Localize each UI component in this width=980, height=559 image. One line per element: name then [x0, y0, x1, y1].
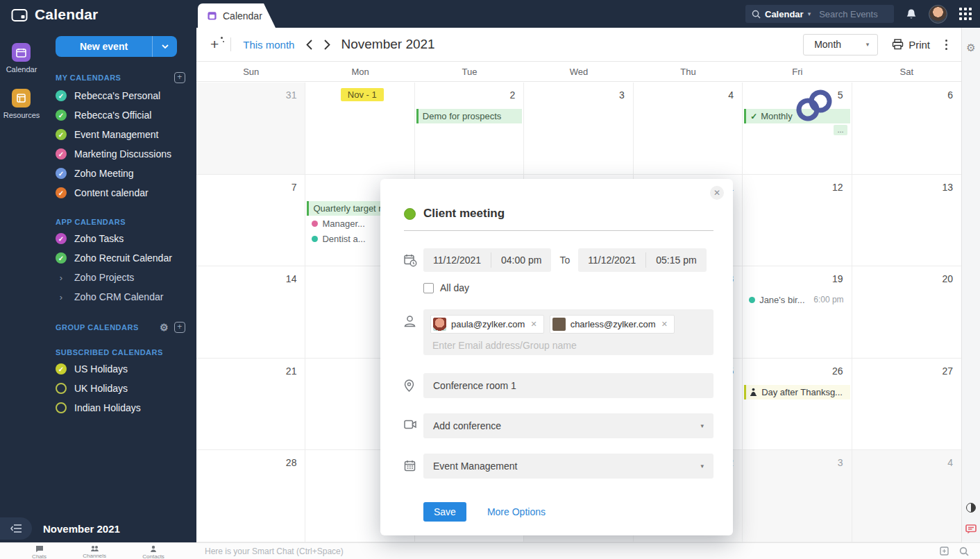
day-cell[interactable]: 14 — [196, 266, 305, 359]
settings-gear-icon[interactable]: ⚙ — [966, 42, 975, 54]
day-cell[interactable]: 6 — [852, 83, 961, 175]
day-cell[interactable]: 4 — [852, 450, 961, 542]
day-cell[interactable]: 2Demo for prospects — [415, 83, 524, 175]
calendar-checked-icon[interactable]: ✓ — [56, 110, 67, 121]
day-cell[interactable]: 3 — [524, 83, 633, 175]
calendar-checked-icon[interactable]: ✓ — [56, 252, 67, 264]
media-icon[interactable] — [940, 547, 949, 556]
attendee-chip[interactable]: charless@zylker.com✕ — [550, 315, 675, 334]
calendar-event[interactable]: Jane's bir...6:00 pm — [744, 293, 850, 307]
sidebar-item-rebecca-s-personal[interactable]: ✓Rebecca's Personal — [43, 86, 187, 105]
end-time-field[interactable]: 05:15 pm — [646, 248, 706, 272]
smart-chat-input[interactable] — [205, 547, 931, 556]
day-cell[interactable]: 4 — [634, 83, 743, 175]
rail-item-resources[interactable]: Resources — [3, 89, 40, 119]
calendar-unchecked-icon[interactable] — [56, 402, 67, 413]
calendar-checked-icon[interactable]: ✓ — [56, 187, 67, 198]
rail-item-calendar[interactable]: Calendar — [6, 43, 37, 74]
notifications-bell-icon[interactable] — [906, 8, 917, 20]
day-cell[interactable]: 21 — [196, 359, 305, 451]
all-day-toggle[interactable]: All day — [423, 282, 469, 293]
this-month-button[interactable]: This month — [243, 39, 294, 51]
calendar-checked-icon[interactable]: ✓ — [56, 129, 67, 140]
section-add-icon[interactable]: + — [174, 322, 185, 333]
chat-search-icon[interactable] — [959, 547, 969, 556]
prev-month-icon[interactable] — [306, 40, 312, 50]
mini-calendar-month-label[interactable]: November 2021 — [43, 523, 120, 535]
day-cell[interactable]: 3 — [743, 450, 852, 542]
day-cell[interactable]: 13 — [852, 175, 961, 267]
sidebar-item-indian-holidays[interactable]: Indian Holidays — [43, 398, 187, 418]
sidebar-item-marketing-discussions[interactable]: ✓Marketing Discussions — [43, 144, 187, 164]
day-cell[interactable]: 20 — [852, 266, 961, 359]
remove-attendee-icon[interactable]: ✕ — [661, 320, 668, 329]
all-day-checkbox[interactable] — [423, 283, 434, 293]
attendees-field[interactable]: paula@zylker.com✕charless@zylker.com✕ En… — [423, 309, 713, 355]
more-options-kebab-icon[interactable] — [944, 38, 949, 51]
calendar-select[interactable]: Event Management ▾ — [423, 454, 713, 479]
more-events-indicator[interactable]: ... — [834, 125, 847, 135]
sidebar-item-zoho-recruit-calendar[interactable]: ✓Zoho Recruit Calendar — [43, 248, 187, 268]
date-badge[interactable]: Nov - 1 — [341, 88, 384, 101]
calendar-event[interactable]: ✓Monthly — [744, 109, 850, 123]
sidebar-item-zoho-tasks[interactable]: ✓Zoho Tasks — [43, 229, 187, 248]
calendar-event[interactable]: Demo for prospects — [416, 109, 522, 123]
day-cell[interactable]: 12 — [743, 175, 852, 267]
chat-tab-contacts[interactable]: Contacts — [142, 545, 164, 559]
chat-tab-chats[interactable]: Chats — [32, 545, 47, 559]
attendee-chip[interactable]: paula@zylker.com✕ — [430, 315, 544, 334]
search-scope-selector[interactable]: Calendar — [765, 9, 804, 19]
sidebar-item-zoho-meeting[interactable]: ✓Zoho Meeting — [43, 164, 187, 183]
save-button[interactable]: Save — [423, 502, 466, 522]
day-cell[interactable]: 19Jane's bir...6:00 pm — [743, 266, 852, 359]
remove-attendee-icon[interactable]: ✕ — [530, 320, 537, 329]
tab-calendar[interactable]: Calendar — [198, 3, 276, 28]
chat-tab-channels[interactable]: Channels — [83, 545, 106, 559]
start-time-field[interactable]: 04:00 pm — [491, 248, 551, 272]
conference-select[interactable]: Add conference ▾ — [423, 413, 713, 438]
print-button[interactable]: Print — [892, 39, 930, 51]
sidebar-item-event-management[interactable]: ✓Event Management — [43, 125, 187, 144]
collapse-sidebar-icon[interactable] — [0, 517, 32, 540]
section-add-icon[interactable]: + — [174, 72, 185, 83]
sidebar-item-rebecca-s-official[interactable]: ✓Rebecca's Official — [43, 105, 187, 125]
calendar-checked-icon[interactable]: ✓ — [56, 233, 67, 244]
calendar-checked-icon[interactable]: ✓ — [56, 168, 67, 179]
sidebar-item-content-calendar[interactable]: ✓Content calendar — [43, 183, 187, 203]
calendar-checked-icon[interactable]: ✓ — [56, 363, 67, 375]
smart-add-icon[interactable]: + — [210, 37, 219, 51]
calendar-event[interactable]: Day after Thanksg... — [744, 385, 850, 399]
sidebar-item-uk-holidays[interactable]: UK Holidays — [43, 379, 187, 398]
new-event-dropdown[interactable] — [152, 36, 177, 57]
section-gear-icon[interactable]: ⚙ — [160, 322, 169, 332]
day-cell[interactable]: Nov - 1 — [305, 83, 414, 175]
day-cell[interactable]: 26Day after Thanksg... — [743, 359, 852, 451]
feedback-chat-icon[interactable] — [965, 524, 977, 534]
day-cell[interactable]: 28 — [196, 450, 305, 542]
apps-grid-icon[interactable] — [959, 8, 972, 20]
search-input[interactable] — [819, 9, 890, 19]
day-cell[interactable]: 27 — [852, 359, 961, 451]
theme-contrast-icon[interactable] — [966, 503, 976, 513]
sidebar-item-us-holidays[interactable]: ✓US Holidays — [43, 359, 187, 379]
new-event-button[interactable]: New event — [56, 36, 177, 57]
global-search-bar[interactable]: Calendar ▾ — [745, 5, 894, 23]
user-avatar[interactable] — [929, 5, 947, 24]
end-date-field[interactable]: 11/12/2021 — [578, 248, 645, 272]
sidebar-item-zoho-crm-calendar[interactable]: ›Zoho CRM Calendar — [43, 287, 187, 307]
close-icon[interactable]: ✕ — [710, 186, 724, 200]
view-selector[interactable]: Month ▾ — [803, 34, 878, 55]
more-options-link[interactable]: More Options — [487, 506, 546, 517]
next-month-icon[interactable] — [324, 40, 330, 50]
day-cell[interactable]: 7 — [196, 175, 305, 267]
event-title[interactable]: Client meeting — [423, 207, 505, 221]
day-cell[interactable]: 5✓Monthly... — [743, 83, 852, 175]
calendar-checked-icon[interactable]: ✓ — [56, 90, 67, 101]
calendar-unchecked-icon[interactable] — [56, 383, 67, 394]
start-date-field[interactable]: 11/12/2021 — [423, 248, 491, 272]
sidebar-item-zoho-projects[interactable]: ›Zoho Projects — [43, 268, 187, 287]
event-color-dot[interactable] — [404, 208, 416, 220]
calendar-checked-icon[interactable]: ✓ — [56, 148, 67, 160]
location-input[interactable]: Conference room 1 — [423, 373, 713, 398]
day-cell[interactable]: 31 — [196, 83, 305, 175]
